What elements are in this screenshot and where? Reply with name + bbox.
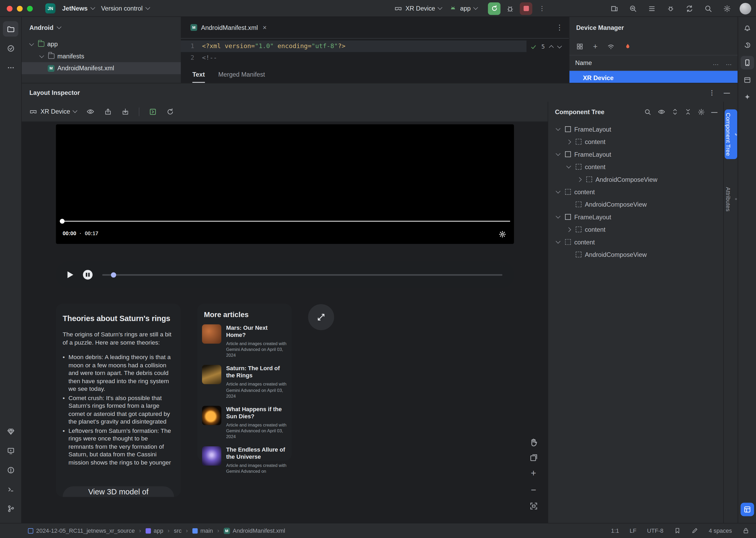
- component-tree-node[interactable]: content: [548, 236, 723, 248]
- panel-options-icon[interactable]: ⋮: [709, 89, 715, 96]
- zoom-in-icon[interactable]: +: [531, 468, 536, 479]
- column-options-icon[interactable]: …: [726, 59, 732, 66]
- target-device-selector[interactable]: XR Device: [394, 5, 442, 12]
- collapse-all-icon[interactable]: [685, 108, 691, 115]
- inspector-device-selector[interactable]: XR Device: [29, 108, 77, 116]
- breadcrumb-item[interactable]: src: [168, 527, 182, 534]
- vcs-selector[interactable]: Version control: [101, 5, 149, 12]
- tree-chevron-icon[interactable]: [575, 178, 583, 181]
- component-tree-node[interactable]: AndroidComposeView: [548, 248, 723, 260]
- video-settings-icon[interactable]: [498, 231, 506, 238]
- firebase-icon[interactable]: [625, 43, 631, 50]
- pair-wifi-icon[interactable]: [607, 42, 615, 50]
- tree-chevron-icon[interactable]: [554, 241, 562, 243]
- breadcrumb-item[interactable]: AndroidManifest.xml: [217, 527, 285, 534]
- project-view-selector[interactable]: Android: [29, 24, 53, 31]
- tree-chevron-icon[interactable]: [554, 216, 562, 218]
- layer-mode-icon[interactable]: [529, 453, 538, 462]
- stop-button[interactable]: [520, 2, 532, 15]
- lock-icon[interactable]: [742, 527, 749, 534]
- close-window-button[interactable]: [7, 6, 13, 11]
- commit-tool-button[interactable]: [3, 40, 18, 56]
- tab-text[interactable]: Text: [193, 66, 205, 83]
- version-control-tool-button[interactable]: [3, 501, 18, 516]
- component-tree-node[interactable]: content: [548, 223, 723, 236]
- component-tree-node[interactable]: AndroidComposeView: [548, 173, 723, 186]
- run-configuration-selector[interactable]: app: [450, 5, 477, 12]
- line-separator[interactable]: LF: [630, 527, 637, 534]
- device-explorer-tool-button[interactable]: [740, 73, 754, 87]
- sync-icon[interactable]: [683, 2, 696, 15]
- component-tree-node[interactable]: AndroidComposeView: [548, 198, 723, 211]
- running-devices-tool-button[interactable]: [3, 443, 18, 458]
- column-header-name[interactable]: Name: [575, 59, 592, 66]
- device-manager-tool-button[interactable]: [740, 56, 754, 70]
- problems-tool-button[interactable]: [3, 462, 18, 477]
- next-problem-icon[interactable]: [557, 43, 562, 48]
- layout-inspector-tool-button[interactable]: [740, 503, 754, 516]
- expand-all-icon[interactable]: [672, 108, 678, 115]
- pan-tool-icon[interactable]: [529, 438, 538, 447]
- import-snapshot-icon[interactable]: [122, 108, 129, 116]
- project-selector[interactable]: JetNews: [62, 5, 94, 12]
- tree-item-app[interactable]: app: [22, 38, 181, 50]
- video-progress-thumb[interactable]: [60, 219, 65, 224]
- search-icon[interactable]: [644, 108, 651, 115]
- audio-slider[interactable]: [102, 274, 502, 275]
- debug-button[interactable]: [504, 2, 516, 15]
- zoom-out-icon[interactable]: −: [531, 485, 536, 496]
- tree-chevron-icon[interactable]: [565, 140, 572, 143]
- bookmark-icon[interactable]: [674, 527, 681, 534]
- tree-chevron-icon[interactable]: [554, 191, 562, 192]
- view-3d-model-button[interactable]: View 3D model of: [63, 486, 174, 497]
- component-tree-node[interactable]: content: [548, 160, 723, 173]
- pen-icon[interactable]: [691, 527, 698, 534]
- tab-attributes[interactable]: Attributes: [725, 184, 737, 215]
- hide-panel-icon[interactable]: —: [711, 108, 718, 115]
- terminal-tool-button[interactable]: [3, 481, 18, 497]
- device-row-xr-device[interactable]: XR Device: [569, 71, 738, 83]
- cursor-position[interactable]: 1:1: [611, 527, 619, 534]
- tab-component-tree[interactable]: Component Tree: [725, 109, 737, 159]
- article-item[interactable]: Saturn: The Lord of the Rings Article an…: [202, 365, 287, 399]
- tab-merged-manifest[interactable]: Merged Manifest: [218, 66, 265, 83]
- tree-chevron-icon[interactable]: [565, 166, 572, 168]
- breadcrumb-item[interactable]: 2024-12-05_RC11_jetnews_xr_source: [28, 527, 135, 534]
- project-tool-button[interactable]: [3, 21, 18, 36]
- play-icon[interactable]: [67, 271, 73, 278]
- tree-chevron-icon[interactable]: [554, 128, 562, 130]
- visibility-options-icon[interactable]: [658, 108, 665, 116]
- notifications-tool-button[interactable]: [740, 21, 754, 34]
- component-tree-node[interactable]: FrameLayout: [548, 123, 723, 135]
- device-streaming-icon[interactable]: [608, 2, 620, 15]
- tree-item-androidmanifest[interactable]: AndroidManifest.xml: [22, 62, 181, 74]
- article-item[interactable]: Mars: Our Next Home? Article and images …: [202, 325, 287, 358]
- settings-icon[interactable]: [721, 2, 733, 15]
- search-everywhere-icon[interactable]: [702, 2, 715, 15]
- gem-tool-button[interactable]: [3, 424, 18, 439]
- tree-chevron-icon[interactable]: [565, 253, 572, 256]
- user-avatar[interactable]: [740, 3, 751, 14]
- file-encoding[interactable]: UTF-8: [647, 527, 664, 534]
- breadcrumb-item[interactable]: app: [139, 527, 163, 534]
- expand-fab-button[interactable]: [308, 304, 334, 330]
- tree-settings-icon[interactable]: [698, 108, 705, 115]
- previous-problem-icon[interactable]: [549, 45, 554, 50]
- pause-button[interactable]: [83, 270, 92, 279]
- component-tree-node[interactable]: FrameLayout: [548, 148, 723, 160]
- minimize-window-button[interactable]: [17, 6, 23, 11]
- layout-inspector-canvas[interactable]: 00:00 00:17: [22, 122, 548, 523]
- close-tab-icon[interactable]: ×: [263, 24, 267, 31]
- minimize-panel-icon[interactable]: —: [724, 89, 730, 96]
- refresh-icon[interactable]: [166, 108, 174, 116]
- zoom-to-fit-icon[interactable]: [529, 502, 538, 511]
- tree-chevron-icon[interactable]: [554, 153, 562, 155]
- breadcrumb-item[interactable]: main: [186, 527, 213, 534]
- rerun-button[interactable]: [488, 2, 500, 15]
- toggle-deep-inspect-icon[interactable]: [87, 108, 95, 116]
- indent-setting[interactable]: 4 spaces: [709, 527, 732, 534]
- tree-chevron-icon[interactable]: [565, 203, 572, 206]
- editor-tab-androidmanifest[interactable]: AndroidManifest.xml ×: [187, 17, 270, 38]
- video-progress-bar[interactable]: [60, 221, 510, 222]
- article-item[interactable]: What Happens if the Sun Dies? Article an…: [202, 406, 287, 440]
